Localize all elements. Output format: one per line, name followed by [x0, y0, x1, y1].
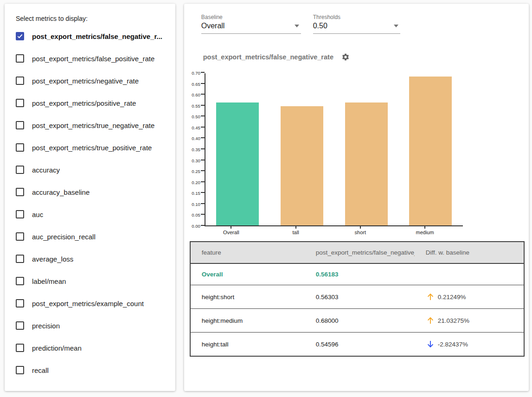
checkbox-unchecked-icon[interactable] [16, 299, 24, 307]
x-axis-category: short [339, 226, 382, 235]
baseline-select-value-row[interactable]: Overall [201, 22, 301, 34]
metrics-detail-panel: Baseline Overall Thresholds 0.50 post_ex… [184, 4, 529, 391]
checkbox-unchecked-icon[interactable] [16, 99, 24, 107]
bar-medium[interactable] [409, 77, 452, 225]
checkbox-unchecked-icon[interactable] [16, 143, 24, 152]
metrics-table: feature post_export_metrics/false_negati… [190, 241, 525, 357]
metric-selector-title: Select metrics to display: [16, 15, 166, 22]
thresholds-select[interactable]: Thresholds 0.50 [313, 14, 400, 34]
metric-list: post_export_metrics/false_negative_r...p… [16, 25, 166, 381]
thresholds-select-value: 0.50 [313, 22, 327, 30]
y-axis-tick-mark [201, 181, 205, 182]
metric-checkbox-row[interactable]: auc [16, 203, 166, 225]
page-root: Select metrics to display: post_export_m… [0, 0, 532, 391]
metric-label: accuracy_baseline [32, 188, 90, 196]
y-axis-tick-label: 0.30 [192, 159, 200, 163]
x-axis-tick-label: short [339, 230, 382, 235]
metric-checkbox-row[interactable]: post_export_metrics/positive_rate [16, 92, 166, 114]
feature-cell: height:tall [190, 333, 305, 357]
checkbox-unchecked-icon[interactable] [16, 277, 24, 285]
checkbox-unchecked-icon[interactable] [16, 121, 24, 129]
chart-plot-area [205, 73, 463, 226]
checkbox-unchecked-icon[interactable] [16, 210, 24, 218]
bar-overall[interactable] [216, 102, 259, 225]
bar-tall[interactable] [281, 106, 323, 225]
metric-label: post_export_metrics/positive_rate [32, 99, 136, 107]
metric-checkbox-row[interactable]: prediction/mean [16, 337, 166, 359]
metric-label: auc_precision_recall [32, 233, 96, 241]
metric-value-cell: 0.68000 [305, 309, 415, 333]
metric-label: average_loss [32, 255, 73, 263]
x-axis-tick-mark [295, 226, 296, 229]
diff-cell: 0.21249% [415, 285, 524, 309]
y-axis-tick-mark [201, 192, 205, 193]
metric-checkbox-row[interactable]: average_loss [16, 248, 166, 270]
column-header-metric: post_export_metrics/false_negative_rat..… [305, 242, 415, 263]
x-axis-tick-mark [360, 226, 361, 229]
bar-short[interactable] [345, 102, 388, 225]
y-axis-tick-label: 0.50 [192, 115, 200, 119]
checkbox-unchecked-icon[interactable] [16, 232, 24, 241]
metric-checkbox-row[interactable]: accuracy_baseline [16, 181, 166, 203]
checkbox-unchecked-icon[interactable] [16, 166, 24, 174]
metric-checkbox-row[interactable]: post_export_metrics/negative_rate [16, 70, 166, 92]
chart-header: post_export_metrics/false_negative_rate [203, 53, 529, 61]
metric-checkbox-row[interactable]: post_export_metrics/example_count [16, 292, 166, 314]
thresholds-select-value-row[interactable]: 0.50 [313, 22, 400, 34]
metric-label: accuracy [32, 166, 60, 174]
metric-checkbox-row[interactable]: post_export_metrics/true_positive_rate [16, 136, 166, 159]
metric-label: post_export_metrics/true_positive_rate [32, 144, 152, 152]
metric-checkbox-row[interactable]: post_export_metrics/true_negative_rate [16, 114, 166, 136]
y-axis-tick-mark [201, 94, 205, 95]
checkbox-unchecked-icon[interactable] [16, 344, 24, 352]
metric-label: prediction/mean [32, 344, 82, 352]
table-row: height:medium0.6800021.03275% [190, 309, 524, 333]
chart-title: post_export_metrics/false_negative_rate [203, 53, 333, 61]
metric-checkbox-row[interactable]: label/mean [16, 270, 166, 292]
table-row: height:short0.563030.21249% [190, 285, 524, 309]
metric-checkbox-row[interactable]: post_export_metrics/false_negative_r... [16, 25, 166, 47]
metric-label: recall [32, 366, 49, 374]
table-row: Overall0.56183 [190, 263, 524, 285]
y-axis-tick-mark [201, 160, 205, 160]
metric-checkbox-row[interactable]: recall [16, 359, 166, 381]
y-axis-tick-mark [201, 105, 205, 106]
x-axis-category: Overall [210, 226, 252, 235]
checkbox-unchecked-icon[interactable] [16, 255, 24, 263]
checkbox-unchecked-icon[interactable] [16, 54, 24, 63]
baseline-select[interactable]: Baseline Overall [201, 14, 301, 34]
metric-checkbox-row[interactable]: accuracy [16, 159, 166, 181]
feature-cell: height:medium [190, 309, 305, 333]
y-axis-tick-label: 0.15 [192, 191, 200, 196]
metric-label: post_export_metrics/example_count [32, 300, 144, 307]
feature-cell: height:short [190, 285, 305, 309]
diff-cell [415, 263, 524, 285]
diff-value: 0.21249% [438, 294, 466, 301]
y-axis-tick-label: 0.60 [192, 93, 200, 97]
diff-value: 21.03275% [438, 317, 469, 324]
y-axis-tick-mark [201, 127, 205, 128]
y-axis-tick-mark [201, 115, 205, 116]
x-axis-tick-label: Overall [210, 230, 252, 235]
gear-icon[interactable] [341, 53, 350, 61]
checkbox-unchecked-icon[interactable] [16, 188, 24, 196]
metric-value-cell: 0.54596 [305, 333, 415, 357]
checkbox-unchecked-icon[interactable] [16, 77, 24, 85]
checkbox-checked-icon[interactable] [16, 32, 24, 40]
metric-checkbox-row[interactable]: post_export_metrics/false_positive_rate [16, 47, 166, 70]
table-header-row: feature post_export_metrics/false_negati… [190, 242, 524, 263]
y-axis-tick-mark [201, 214, 205, 215]
y-axis-tick-mark [201, 203, 205, 204]
arrow-up-icon [426, 292, 435, 301]
metric-checkbox-row[interactable]: auc_precision_recall [16, 225, 166, 248]
diff-indicator: 0.21249% [426, 292, 516, 301]
metric-checkbox-row[interactable]: precision [16, 314, 166, 337]
y-axis-tick-label: 0.20 [192, 180, 200, 185]
checkbox-unchecked-icon[interactable] [16, 366, 24, 374]
diff-cell: -2.82437% [415, 333, 524, 357]
y-axis-tick-label: 0.70 [192, 71, 200, 76]
table-row: height:tall0.54596-2.82437% [190, 333, 524, 357]
checkbox-unchecked-icon[interactable] [16, 321, 24, 330]
metric-label: post_export_metrics/true_negative_rate [32, 122, 154, 129]
metric-label: precision [32, 322, 60, 330]
